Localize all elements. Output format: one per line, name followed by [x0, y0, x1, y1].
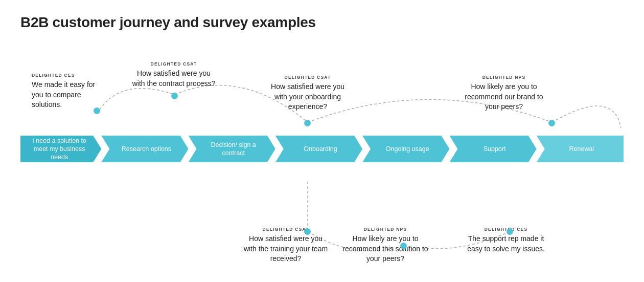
dot-nps-bot	[400, 243, 407, 249]
annotation-label-nps-top: DELIGHTED NPS	[461, 75, 547, 80]
dot-nps-top	[548, 120, 555, 126]
annotation-csat-bot: DELIGHTED CSAT How satisfied were you wi…	[243, 227, 329, 264]
annotation-label-nps-bot: DELIGHTED NPS	[342, 227, 428, 232]
chevron-ongoing: Ongoing usage	[362, 136, 449, 162]
dot-csat-top2	[304, 120, 311, 126]
annotation-label-csat-bot: DELIGHTED CSAT	[243, 227, 329, 232]
annotation-ces-top: DELIGHTED CES We made it easy for you to…	[32, 73, 108, 110]
chevron-needs: I need a solution to meet my business ne…	[20, 136, 101, 162]
chevron-decision: Decision/ sign a contract	[189, 136, 275, 162]
annotation-label-ces-bot: DELIGHTED CES	[466, 227, 546, 232]
dot-csat-bot	[304, 228, 311, 235]
chevron-research: Research options	[101, 136, 188, 162]
page-title: B2B customer journey and survey examples	[20, 14, 624, 31]
dot-ces-top	[94, 107, 100, 114]
dot-csat-top1	[171, 93, 178, 99]
annotation-text-ces-top: We made it easy for you to compare solut…	[32, 80, 108, 110]
annotation-label-csat-top2: DELIGHTED CSAT	[265, 75, 351, 80]
annotation-csat-top1: DELIGHTED CSAT How satisfied were you wi…	[131, 61, 217, 89]
annotation-text-nps-top: How likely are you to recommend our bran…	[461, 82, 547, 112]
page: B2B customer journey and survey examples	[0, 0, 644, 282]
chevron-support: Support	[449, 136, 536, 162]
annotation-text-csat-bot: How satisfied were you with the training…	[243, 234, 329, 264]
annotation-nps-bot: DELIGHTED NPS How likely are you to reco…	[342, 227, 428, 264]
chevron-row: I need a solution to meet my business ne…	[20, 136, 624, 162]
annotation-text-csat-top1: How satisfied were you with the contract…	[131, 69, 217, 89]
annotation-text-ces-bot: The support rep made it easy to solve my…	[466, 234, 546, 254]
annotation-csat-top2: DELIGHTED CSAT How satisfied were you wi…	[265, 75, 351, 112]
dot-ces-bot	[507, 228, 513, 235]
annotation-nps-top: DELIGHTED NPS How likely are you to reco…	[461, 75, 547, 112]
annotation-text-csat-top2: How satisfied were you with your onboard…	[265, 82, 351, 112]
journey-diagram: I need a solution to meet my business ne…	[20, 36, 624, 271]
annotation-label-csat-top1: DELIGHTED CSAT	[131, 61, 217, 67]
annotation-label-ces-top: DELIGHTED CES	[32, 73, 108, 78]
chevron-onboarding: Onboarding	[275, 136, 362, 162]
annotation-ces-bot: DELIGHTED CES The support rep made it ea…	[466, 227, 546, 254]
chevron-renewal: Renewal	[537, 136, 624, 162]
annotation-text-nps-bot: How likely are you to recommend this sol…	[342, 234, 428, 264]
